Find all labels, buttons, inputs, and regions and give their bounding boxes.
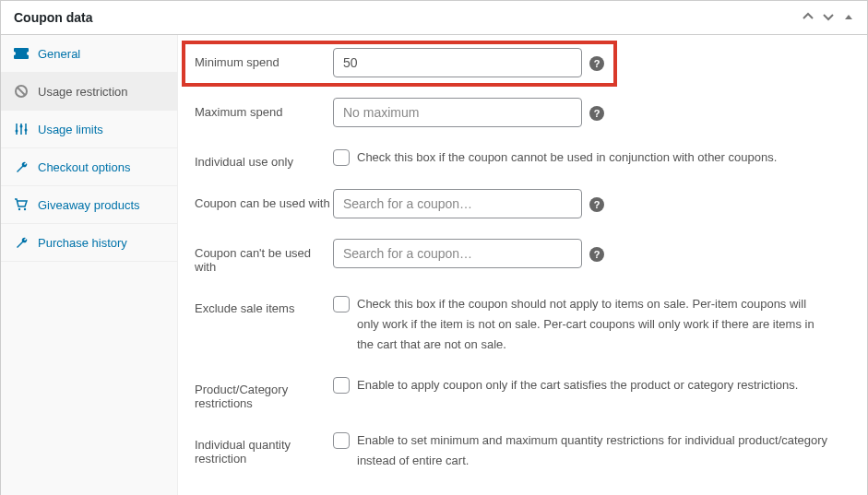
move-down-icon[interactable] — [823, 11, 834, 25]
individual-qty-checkbox[interactable] — [333, 432, 350, 449]
help-icon[interactable]: ? — [589, 106, 604, 121]
field-cant-used-with: Coupon can't be used with ? — [195, 239, 850, 274]
panel-title: Coupon data — [14, 10, 93, 25]
svg-point-11 — [18, 208, 20, 210]
field-label: Exclude sale items — [195, 294, 333, 315]
maximum-spend-input[interactable] — [333, 98, 582, 127]
field-help-text: Enable to apply coupon only if the cart … — [357, 375, 798, 395]
field-label: Individual use only — [195, 147, 333, 169]
svg-rect-0 — [14, 48, 29, 59]
cant-used-with-input[interactable] — [333, 239, 582, 268]
sidebar-item-checkout-options[interactable]: Checkout options — [1, 148, 177, 186]
sidebar-item-general[interactable]: General — [1, 35, 177, 73]
individual-use-checkbox[interactable] — [333, 149, 350, 166]
field-help-text: Check this box if the coupon should not … — [357, 294, 831, 355]
sidebar-item-usage-restriction[interactable]: Usage restriction — [1, 73, 177, 111]
sidebar-item-label: Checkout options — [38, 160, 130, 174]
sliders-icon — [14, 122, 29, 136]
sidebar: General Usage restriction Usage limits C… — [1, 35, 178, 495]
field-individual-use: Individual use only Check this box if th… — [195, 147, 850, 169]
help-icon[interactable]: ? — [589, 197, 604, 212]
field-product-category: Product/Category restrictions Enable to … — [195, 375, 850, 410]
sidebar-item-label: Purchase history — [38, 236, 127, 250]
help-icon[interactable]: ? — [589, 56, 604, 71]
wrench-icon — [14, 159, 29, 174]
cart-icon — [14, 197, 29, 212]
field-used-with: Coupon can be used with ? — [195, 189, 850, 218]
sidebar-item-label: Giveaway products — [38, 198, 140, 212]
field-maximum-spend: Maximum spend ? — [195, 98, 850, 127]
wrench-icon — [14, 235, 29, 250]
used-with-input[interactable] — [333, 189, 582, 218]
field-help-text: Check this box if the coupon cannot be u… — [357, 147, 777, 168]
field-individual-qty: Individual quantity restriction Enable t… — [195, 430, 850, 471]
panel-header: Coupon data — [1, 1, 867, 35]
sidebar-item-label: General — [38, 47, 80, 61]
svg-point-9 — [20, 125, 23, 128]
help-icon[interactable]: ? — [589, 247, 604, 262]
minimum-spend-input[interactable] — [333, 48, 582, 77]
ticket-icon — [14, 46, 29, 61]
collapse-icon[interactable] — [843, 11, 854, 25]
sidebar-item-purchase-history[interactable]: Purchase history — [1, 224, 177, 262]
field-label: Coupon can be used with — [195, 189, 333, 210]
field-label: Individual quantity restriction — [195, 430, 333, 466]
sidebar-item-usage-limits[interactable]: Usage limits — [1, 111, 177, 148]
sidebar-item-label: Usage limits — [38, 123, 103, 136]
field-help-text: Enable to set minimum and maximum quanti… — [357, 430, 831, 471]
field-label: Product/Category restrictions — [195, 375, 333, 410]
content-area: Minimum spend ? Maximum spend ? Individu… — [178, 35, 867, 495]
svg-point-12 — [24, 208, 26, 210]
field-exclude-sale: Exclude sale items Check this box if the… — [195, 294, 850, 355]
svg-point-10 — [25, 129, 28, 132]
panel-toggles — [803, 11, 854, 25]
svg-line-4 — [18, 88, 25, 95]
move-up-icon[interactable] — [803, 11, 814, 25]
field-label: Coupon can't be used with — [195, 239, 333, 274]
field-label: Minimum spend — [195, 48, 333, 69]
sidebar-item-label: Usage restriction — [38, 85, 128, 99]
block-icon — [14, 84, 29, 99]
exclude-sale-checkbox[interactable] — [333, 296, 350, 312]
coupon-data-panel: Coupon data General — [0, 0, 868, 495]
sidebar-item-giveaway-products[interactable]: Giveaway products — [1, 186, 177, 224]
product-category-checkbox[interactable] — [333, 377, 350, 394]
field-minimum-spend: Minimum spend ? — [195, 48, 850, 77]
svg-point-8 — [16, 130, 18, 133]
panel-body: General Usage restriction Usage limits C… — [1, 35, 867, 495]
field-label: Maximum spend — [195, 98, 333, 119]
